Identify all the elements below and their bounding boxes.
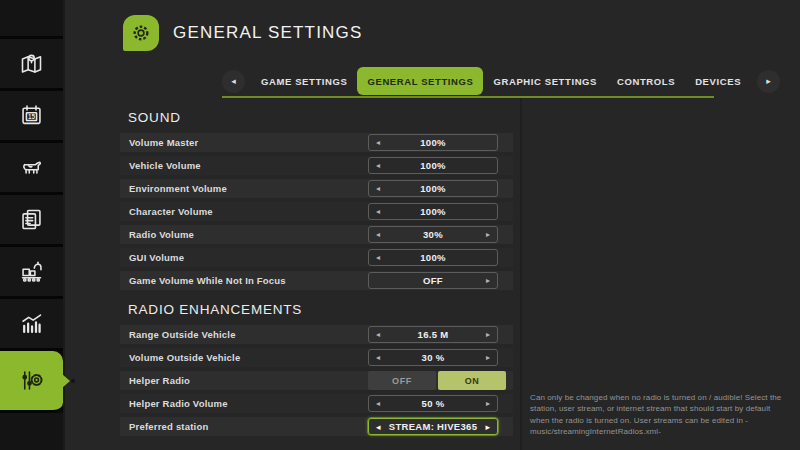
row-label: Vehicle Volume: [129, 160, 201, 171]
section-title-sound: SOUND: [128, 110, 513, 125]
tab-game-settings[interactable]: GAME SETTINGS: [251, 67, 357, 95]
stepper-control[interactable]: ◂30%▸: [368, 226, 498, 243]
row-label: Helper Radio: [129, 375, 190, 386]
stepper-increase-arrow-icon[interactable]: ▸: [485, 422, 490, 431]
stepper-value: OFF: [423, 275, 443, 286]
tab-general-settings[interactable]: GENERAL SETTINGS: [357, 67, 483, 95]
toggle-control: OFFON: [368, 371, 506, 390]
settings-column: SOUNDVolume Master◂100%Vehicle Volume◂10…: [65, 98, 520, 450]
animals-icon: [18, 154, 45, 181]
row-label: Radio Volume: [129, 229, 194, 240]
settings-row-helper-radio: Helper RadioOFFON: [120, 371, 513, 390]
statistics-icon: [18, 310, 45, 337]
stepper-decrease-arrow-icon[interactable]: ◂: [376, 139, 380, 147]
section-title-radio-enhancements: RADIO ENHANCEMENTS: [128, 302, 513, 317]
stepper-increase-arrow-icon[interactable]: ▸: [486, 231, 490, 239]
help-text: Can only be changed when no radio is tur…: [530, 392, 792, 437]
stepper-decrease-arrow-icon[interactable]: ◂: [376, 208, 380, 216]
sidebar: 15: [0, 0, 65, 450]
tabs-prev-button[interactable]: ◂: [222, 70, 245, 93]
row-label: Helper Radio Volume: [129, 398, 228, 409]
tab-devices[interactable]: DEVICES: [685, 67, 751, 95]
row-label: GUI Volume: [129, 252, 184, 263]
stepper-control[interactable]: ◂100%: [368, 157, 498, 174]
stepper-value: 30 %: [422, 352, 445, 363]
settings-row-gui-volume: GUI Volume◂100%: [120, 248, 513, 267]
stepper-value: 100%: [420, 252, 446, 263]
stepper-decrease-arrow-icon[interactable]: ◂: [376, 422, 381, 431]
stepper-increase-arrow-icon[interactable]: ▸: [486, 354, 490, 362]
settings-row-environment-volume: Environment Volume◂100%: [120, 179, 513, 198]
settings-row-helper-radio-volume: Helper Radio Volume◂50 %▸: [120, 394, 513, 413]
stepper-decrease-arrow-icon[interactable]: ◂: [376, 331, 380, 339]
sidebar-item-settings[interactable]: [0, 351, 63, 413]
calendar-icon: 15: [18, 102, 45, 129]
stepper-decrease-arrow-icon[interactable]: ◂: [376, 185, 380, 193]
sidebar-item-statistics[interactable]: [0, 299, 63, 351]
row-label: Volume Master: [129, 137, 198, 148]
settings-row-volume-master: Volume Master◂100%: [120, 133, 513, 152]
stepper-decrease-arrow-icon[interactable]: ◂: [376, 354, 380, 362]
production-icon: [18, 258, 45, 285]
stepper-value: 100%: [420, 183, 446, 194]
sidebar-item-map[interactable]: [0, 39, 63, 91]
stepper-decrease-arrow-icon[interactable]: ◂: [376, 400, 380, 408]
stepper-control[interactable]: ◂100%: [368, 249, 498, 266]
tab-bar: ◂ GAME SETTINGSGENERAL SETTINGSGRAPHIC S…: [222, 66, 714, 98]
svg-text:15: 15: [28, 113, 36, 120]
settings-row-game-volume-while-not-in-focus: Game Volume While Not In FocusOFF▸: [120, 271, 513, 290]
stepper-value: 100%: [420, 160, 446, 171]
row-label: Character Volume: [129, 206, 213, 217]
stepper-increase-arrow-icon[interactable]: ▸: [486, 331, 490, 339]
stepper-control[interactable]: OFF▸: [368, 272, 498, 289]
tabs-container: GAME SETTINGSGENERAL SETTINGSGRAPHIC SET…: [245, 66, 757, 96]
settings-rows: Volume Master◂100%Vehicle Volume◂100%Env…: [120, 133, 513, 290]
settings-icon: [18, 367, 45, 394]
row-label: Volume Outside Vehicle: [129, 352, 240, 363]
settings-row-preferred-station: Preferred station◂STREAM: HIVE365▸: [120, 417, 513, 436]
sidebar-item-calendar[interactable]: 15: [0, 91, 63, 143]
tab-controls[interactable]: CONTROLS: [607, 67, 685, 95]
tab-graphic-settings[interactable]: GRAPHIC SETTINGS: [483, 67, 607, 95]
settings-rows: Range Outside Vehicle◂16.5 M▸Volume Outs…: [120, 325, 513, 436]
settings-row-character-volume: Character Volume◂100%: [120, 202, 513, 221]
settings-row-radio-volume: Radio Volume◂30%▸: [120, 225, 513, 244]
stepper-value: STREAM: HIVE365: [389, 421, 477, 432]
stepper-control[interactable]: ◂30 %▸: [368, 349, 498, 366]
help-panel: Can only be changed when no radio is tur…: [520, 98, 800, 450]
page-title: GENERAL SETTINGS: [173, 23, 363, 43]
stepper-decrease-arrow-icon[interactable]: ◂: [376, 162, 380, 170]
stepper-value: 50 %: [422, 398, 445, 409]
stepper-control[interactable]: ◂16.5 M▸: [368, 326, 498, 343]
page-header: GENERAL SETTINGS: [65, 0, 800, 66]
stepper-control[interactable]: ◂100%: [368, 203, 498, 220]
sidebar-spacer: [0, 0, 63, 39]
content-area: SOUNDVolume Master◂100%Vehicle Volume◂10…: [65, 98, 800, 450]
sidebar-item-animals[interactable]: [0, 143, 63, 195]
settings-bubble-icon: [123, 15, 159, 51]
toggle-on-button[interactable]: ON: [438, 371, 506, 390]
sidebar-item-contracts[interactable]: [0, 195, 63, 247]
tabs-next-button[interactable]: ▸: [757, 70, 780, 93]
stepper-control[interactable]: ◂100%: [368, 134, 498, 151]
stepper-control[interactable]: ◂STREAM: HIVE365▸: [368, 418, 498, 435]
stepper-control[interactable]: ◂50 %▸: [368, 395, 498, 412]
stepper-value: 30%: [423, 229, 443, 240]
row-label: Game Volume While Not In Focus: [129, 275, 286, 286]
sidebar-filler: [0, 413, 63, 450]
stepper-decrease-arrow-icon[interactable]: ◂: [376, 254, 380, 262]
sidebar-item-production[interactable]: [0, 247, 63, 299]
row-label: Preferred station: [129, 421, 208, 432]
stepper-increase-arrow-icon[interactable]: ▸: [486, 277, 490, 285]
stepper-increase-arrow-icon[interactable]: ▸: [486, 400, 490, 408]
stepper-value: 16.5 M: [418, 329, 449, 340]
stepper-decrease-arrow-icon[interactable]: ◂: [376, 231, 380, 239]
contracts-icon: [18, 206, 45, 233]
active-indicator-dot: [71, 379, 75, 383]
stepper-value: 100%: [420, 137, 446, 148]
toggle-off-button[interactable]: OFF: [368, 371, 436, 390]
stepper-control[interactable]: ◂100%: [368, 180, 498, 197]
settings-row-volume-outside-vehicle: Volume Outside Vehicle◂30 %▸: [120, 348, 513, 367]
row-label: Environment Volume: [129, 183, 227, 194]
row-label: Range Outside Vehicle: [129, 329, 236, 340]
